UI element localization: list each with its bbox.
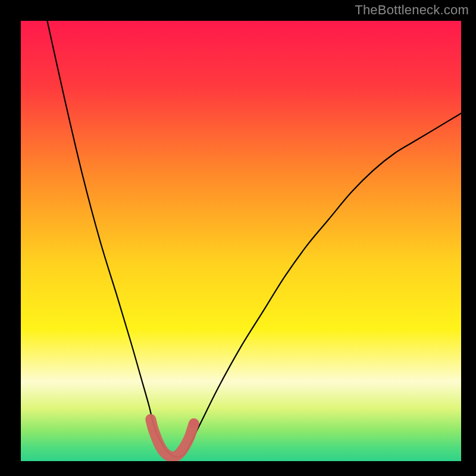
chart-stage: TheBottleneck.com (0, 0, 476, 476)
series-highlight-band-end-dot (189, 419, 199, 428)
plot-background (21, 21, 461, 461)
bottleneck-chart (0, 0, 476, 476)
watermark-text: TheBottleneck.com (355, 2, 469, 18)
